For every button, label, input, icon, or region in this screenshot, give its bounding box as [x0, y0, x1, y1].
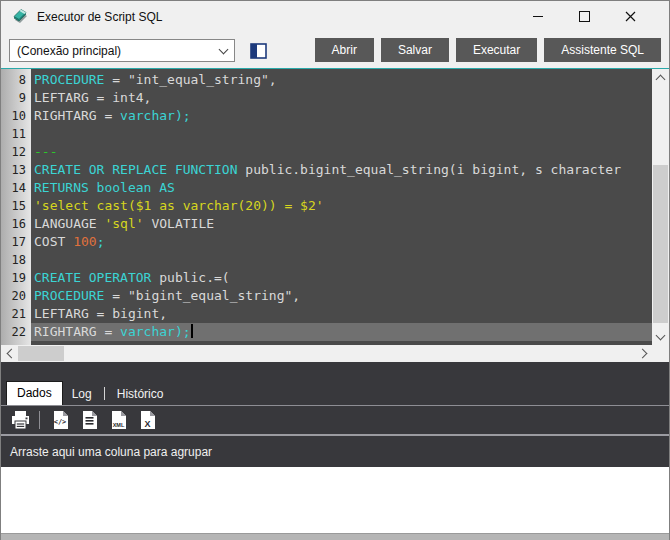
connection-select-value: (Conexão principal) [17, 44, 121, 58]
line-number-9: 9 [1, 89, 31, 107]
app-window: Executor de Script SQL (Conexão principa… [0, 0, 670, 540]
horizontal-scroll-thumb[interactable] [18, 346, 64, 361]
scroll-left-icon[interactable] [1, 345, 18, 362]
token-plain: public.bigint_equal_string(i bigint, s c… [238, 162, 622, 177]
app-icon [11, 8, 29, 25]
line-number-19: 19 [1, 269, 31, 287]
code-line-15[interactable]: 'select cast($1 as varchar(20)) = $2' [31, 197, 652, 215]
token-plain: LEFTARG = bigint, [34, 306, 167, 321]
line-number-15: 15 [1, 197, 31, 215]
line-number-18: 18 [1, 251, 31, 269]
line-number-16: 16 [1, 215, 31, 233]
token-plain: = "bigint_equal_string", [104, 288, 300, 303]
line-number-14: 14 [1, 179, 31, 197]
group-by-drop-zone[interactable]: Arraste aqui uma coluna para agrupar [1, 436, 669, 467]
token-plain: RIGHTARG = [34, 324, 120, 339]
window-title: Executor de Script SQL [37, 10, 162, 24]
result-tabs: DadosLogHistórico [6, 382, 172, 405]
svg-text:XML: XML [112, 422, 124, 428]
svg-text:X: X [144, 419, 150, 429]
code-line-17[interactable]: COST 100; [31, 233, 652, 251]
export-toolbar: </>XMLX [1, 406, 669, 434]
title-bar: Executor de Script SQL [1, 1, 669, 32]
line-number-13: 13 [1, 161, 31, 179]
window-controls [515, 1, 653, 32]
line-number-20: 20 [1, 287, 31, 305]
token-plain: LANGUAGE [34, 216, 104, 231]
print-icon[interactable] [7, 408, 33, 432]
token-keyword: RETURNS boolean AS [34, 180, 175, 195]
result-panel: DadosLogHistórico </>XMLX Arraste aqui u… [1, 362, 669, 533]
token-plain: = "int_equal_string", [104, 72, 276, 87]
token-keyword: PROCEDURE [34, 72, 104, 87]
editor-gutter: 8910111213141516171819202122 [1, 69, 31, 345]
code-line-11[interactable] [31, 125, 652, 143]
token-keyword: CREATE OPERATOR [34, 270, 151, 285]
connection-select[interactable]: (Conexão principal) [9, 39, 235, 62]
close-icon[interactable] [607, 1, 653, 32]
line-number-8: 8 [1, 71, 31, 89]
token-keyword: PROCEDURE [34, 288, 104, 303]
token-keyword: ; [97, 234, 105, 249]
tab-dados[interactable]: Dados [6, 381, 63, 405]
scrollbar-corner [652, 345, 669, 362]
code-line-21[interactable]: LEFTARG = bigint, [31, 305, 652, 323]
token-keyword: varchar); [120, 108, 190, 123]
line-number-21: 21 [1, 305, 31, 323]
code-line-18[interactable] [31, 251, 652, 269]
export-xml-icon[interactable]: XML [105, 408, 131, 432]
code-line-13[interactable]: CREATE OR REPLACE FUNCTION public.bigint… [31, 161, 652, 179]
status-strip [1, 533, 669, 540]
tab-historico[interactable]: Histórico [108, 383, 173, 405]
export-excel-icon[interactable]: X [134, 408, 160, 432]
code-line-16[interactable]: LANGUAGE 'sql' VOLATILE [31, 215, 652, 233]
maximize-icon[interactable] [561, 1, 607, 32]
export-text-icon[interactable] [76, 408, 102, 432]
scroll-up-icon[interactable] [652, 69, 669, 86]
scroll-right-icon[interactable] [635, 345, 652, 362]
token-comment: --- [34, 144, 57, 159]
code-line-20[interactable]: PROCEDURE = "bigint_equal_string", [31, 287, 652, 305]
code-line-9[interactable]: LEFTARG = int4, [31, 89, 652, 107]
toolbar-separator [39, 411, 40, 429]
code-line-22[interactable]: RIGHTARG = varchar); [31, 323, 652, 341]
tab-separator [104, 387, 105, 400]
token-keyword: CREATE OR REPLACE FUNCTION [34, 162, 238, 177]
token-string: 'select cast($1 as varchar(20)) = $2' [34, 198, 324, 213]
token-number: 100 [73, 234, 96, 249]
assistente-sql-button[interactable]: Assistente SQL [544, 38, 661, 62]
horizontal-scrollbar[interactable] [1, 345, 652, 362]
sql-editor[interactable]: 8910111213141516171819202122 PROCEDURE =… [1, 68, 669, 345]
editor-code[interactable]: PROCEDURE = "int_equal_string",LEFTARG =… [31, 69, 652, 345]
line-number-10: 10 [1, 107, 31, 125]
data-grid-body[interactable] [1, 467, 669, 533]
abrir-button[interactable]: Abrir [315, 38, 374, 62]
minimize-icon[interactable] [515, 1, 561, 32]
token-plain: LEFTARG = int4, [34, 90, 151, 105]
tab-log[interactable]: Log [63, 383, 101, 405]
chevron-down-icon [219, 44, 229, 54]
token-plain: VOLATILE [144, 216, 214, 231]
token-string: 'sql' [104, 216, 143, 231]
code-line-8[interactable]: PROCEDURE = "int_equal_string", [31, 71, 652, 89]
line-number-17: 17 [1, 233, 31, 251]
line-number-12: 12 [1, 143, 31, 161]
line-number-22: 22 [1, 323, 31, 341]
line-number-11: 11 [1, 125, 31, 143]
main-toolbar: (Conexão principal) AbrirSalvarExecutarA… [1, 32, 669, 68]
token-keyword: varchar); [120, 324, 190, 339]
salvar-button[interactable]: Salvar [381, 38, 449, 62]
toolbar-buttons: AbrirSalvarExecutarAssistente SQL [315, 38, 661, 62]
executar-button[interactable]: Executar [456, 38, 537, 62]
code-line-10[interactable]: RIGHTARG = varchar); [31, 107, 652, 125]
code-line-14[interactable]: RETURNS boolean AS [31, 179, 652, 197]
vertical-scrollbar[interactable] [652, 69, 669, 345]
text-caret [191, 324, 193, 338]
code-line-12[interactable]: --- [31, 143, 652, 161]
scroll-down-icon[interactable] [652, 328, 669, 345]
connection-panel-button[interactable] [248, 41, 268, 60]
group-by-hint: Arraste aqui uma coluna para agrupar [10, 445, 212, 459]
vertical-scroll-thumb[interactable] [653, 165, 668, 323]
code-line-19[interactable]: CREATE OPERATOR public.=( [31, 269, 652, 287]
export-code-icon[interactable]: </> [47, 408, 73, 432]
